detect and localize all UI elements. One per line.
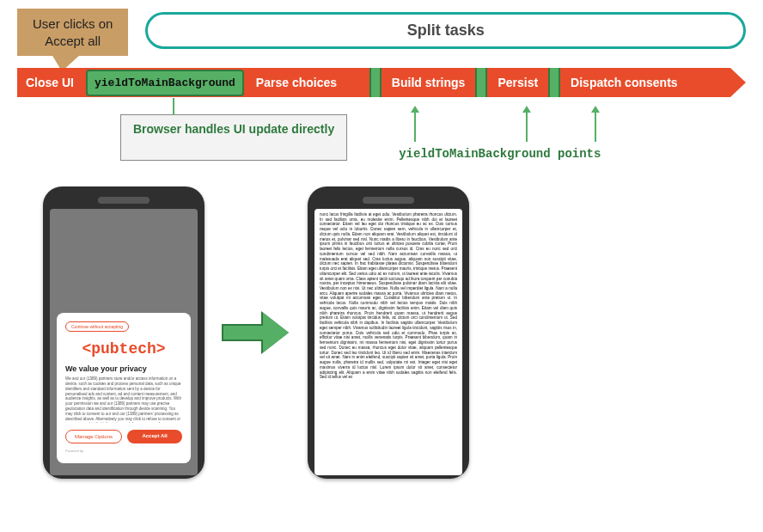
yield-marker-2	[475, 64, 487, 101]
arrow-up-icon	[595, 111, 596, 142]
manage-options-button[interactable]: Manage Options	[65, 430, 122, 443]
callout-line1: User clicks on	[33, 16, 113, 31]
task-build: Build strings	[383, 76, 474, 89]
task-close-ui: Close UI	[17, 76, 82, 89]
browser-note-text: Browser handles UI update directly	[133, 122, 334, 136]
continue-without-button[interactable]: Continue without accepting	[65, 321, 129, 332]
yield-points-text: yieldToMainBackground points	[399, 147, 601, 161]
task-dispatch: Dispatch consents	[562, 76, 686, 89]
user-click-callout: User clicks on Accept all	[17, 9, 128, 56]
accept-all-button[interactable]: Accept All	[127, 430, 182, 443]
arrow-up-icon	[526, 111, 528, 142]
yield-marker-1	[369, 64, 382, 101]
phone-before-screen: Continue without accepting <pubtech> We …	[50, 209, 198, 475]
split-tasks-label: Split tasks	[407, 21, 485, 39]
callout-line2: Accept all	[45, 34, 101, 48]
arrow-up-icon	[414, 111, 416, 142]
task-bar: Close UI yieldToMainBackground Parse cho…	[17, 68, 746, 97]
privacy-title: We value your privacy	[65, 364, 182, 373]
split-tasks-pill: Split tasks	[145, 12, 746, 49]
transition-arrow-icon	[222, 311, 290, 354]
article-text: nunc lacus fringilla facilisis at eget o…	[314, 209, 462, 475]
powered-by-text: Powered by	[65, 449, 182, 453]
browser-note-box: Browser handles UI update directly	[120, 114, 347, 161]
phone-notch-icon	[98, 197, 150, 204]
pubtech-logo: <pubtech>	[65, 340, 182, 358]
note-connector-line	[173, 98, 174, 115]
privacy-body: We and our (1389) partners store and/or …	[65, 376, 182, 423]
phone-before: Continue without accepting <pubtech> We …	[43, 187, 204, 479]
task-parse: Parse choices	[247, 76, 368, 89]
phone-after: nunc lacus fringilla facilisis at eget o…	[308, 187, 469, 479]
yield-marker-3	[548, 64, 560, 101]
yield-points-label: yieldToMainBackground points	[399, 147, 601, 161]
phone-notch-icon	[363, 197, 414, 204]
consent-dialog: Continue without accepting <pubtech> We …	[57, 313, 191, 463]
task-persist: Persist	[489, 76, 546, 89]
yield-main-box: yieldToMainBackground	[86, 70, 244, 96]
phone-after-screen: nunc lacus fringilla facilisis at eget o…	[314, 209, 462, 475]
